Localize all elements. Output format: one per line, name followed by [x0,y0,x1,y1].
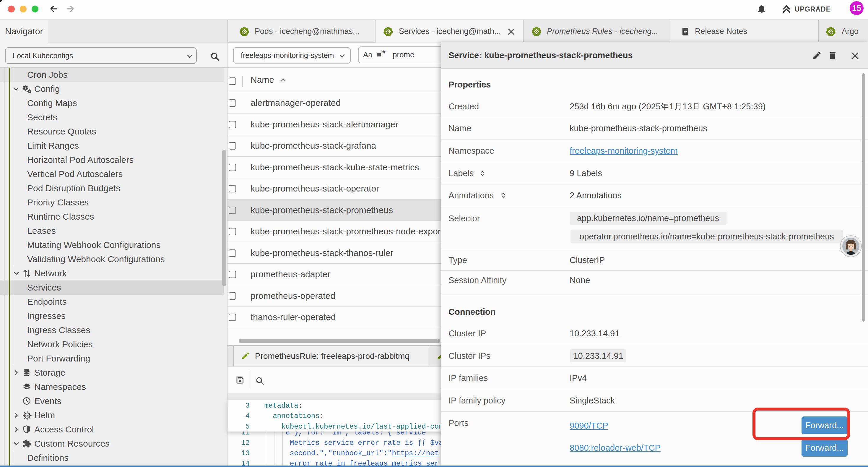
svg-text:HELM: HELM [24,414,30,417]
